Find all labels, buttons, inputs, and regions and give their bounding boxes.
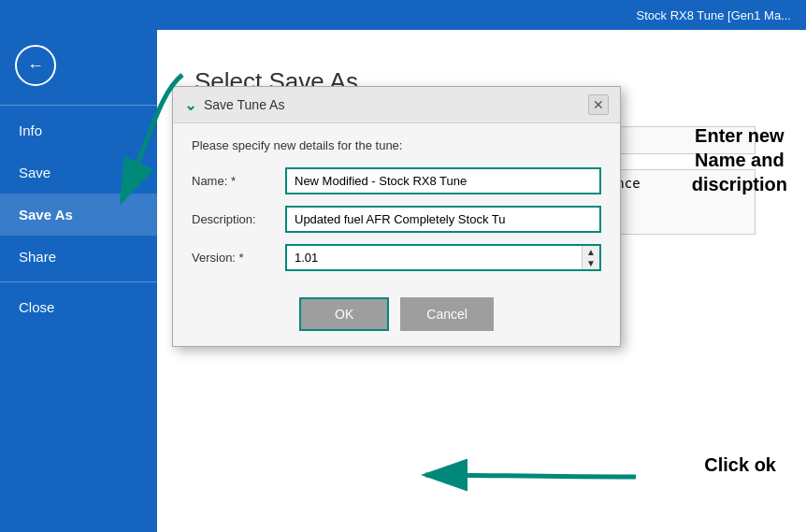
dialog-titlebar: ⌄ Save Tune As ✕: [173, 87, 620, 123]
dialog-title: Save Tune As: [204, 97, 284, 112]
version-spinner: ▲ ▼: [582, 246, 599, 269]
version-up-button[interactable]: ▲: [583, 246, 599, 258]
dialog-prompt: Please specify new details for the tune:: [192, 138, 601, 152]
annotation-enter-name: Enter newName anddiscription: [692, 123, 787, 196]
dialog-chevron-icon: ⌄: [184, 96, 196, 114]
back-button[interactable]: ←: [15, 45, 56, 86]
dialog-description-input[interactable]: [285, 206, 601, 233]
dialog-close-button[interactable]: ✕: [588, 94, 609, 115]
sidebar-item-saveas[interactable]: Save As: [0, 194, 157, 236]
dialog-name-input[interactable]: [285, 167, 601, 194]
dialog-version-input-group: ▲ ▼: [285, 244, 601, 271]
dialog-title-left: ⌄ Save Tune As: [184, 96, 284, 114]
sidebar-item-share[interactable]: Share: [0, 236, 157, 278]
dialog-description-label: Description:: [192, 212, 285, 226]
sidebar-item-share-label: Share: [19, 249, 56, 265]
dialog-name-row: Name: *: [192, 167, 601, 194]
dialog-name-label: Name: *: [192, 174, 285, 188]
sidebar-item-info[interactable]: Info: [0, 109, 157, 151]
sidebar-item-saveas-label: Save As: [19, 207, 73, 223]
sidebar-item-info-label: Info: [19, 122, 42, 138]
close-icon: ✕: [593, 97, 604, 112]
dialog-version-row: Version: * ▲ ▼: [192, 244, 601, 271]
dialog-body: Please specify new details for the tune:…: [173, 123, 620, 346]
annotation-click-ok: Click ok: [704, 454, 776, 476]
cancel-button[interactable]: Cancel: [400, 297, 494, 331]
save-tune-as-dialog: ⌄ Save Tune As ✕ Please specify new deta…: [172, 86, 621, 347]
sidebar-item-close[interactable]: Close: [0, 286, 157, 328]
window-title: Stock RX8 Tune [Gen1 Ma...: [637, 8, 791, 22]
title-bar: Stock RX8 Tune [Gen1 Ma...: [0, 0, 806, 30]
version-down-button[interactable]: ▼: [583, 258, 599, 270]
sidebar-item-close-label: Close: [19, 299, 54, 315]
ok-button[interactable]: OK: [299, 297, 389, 331]
annotation-enter-name-text: Enter newName anddiscription: [692, 125, 787, 194]
sidebar: ← Info Save Save As Share Close: [0, 30, 157, 532]
dialog-description-row: Description:: [192, 206, 601, 233]
dialog-buttons: OK Cancel: [192, 286, 601, 331]
sidebar-item-save[interactable]: Save: [0, 151, 157, 194]
sidebar-item-save-label: Save: [19, 165, 50, 180]
back-icon: ←: [27, 56, 44, 76]
annotation-click-ok-text: Click ok: [704, 454, 776, 475]
content-area: Select Save As Name: * Description: ⌄ Sa…: [157, 30, 806, 532]
dialog-version-label: Version: *: [192, 251, 285, 265]
dialog-version-input[interactable]: [287, 246, 582, 269]
